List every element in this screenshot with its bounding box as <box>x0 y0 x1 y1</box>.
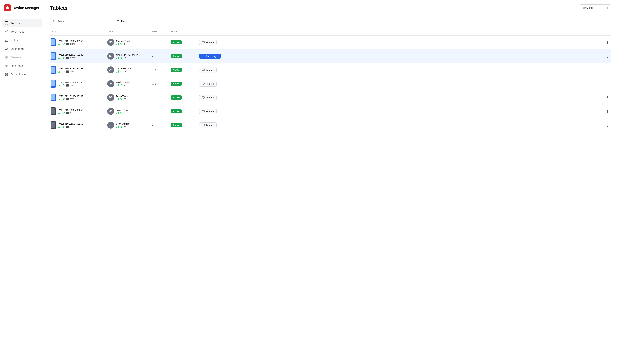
svg-rect-58 <box>202 83 204 84</box>
driver-name: John Garcia <box>116 122 129 125</box>
svg-point-5 <box>5 31 6 32</box>
truck-cell-4: DB David Brown 10 <box>107 80 152 87</box>
svg-point-65 <box>121 100 121 100</box>
tablet-imei: IMEI: 41013265465167 <box>58 67 83 70</box>
truck-number: 14 <box>124 126 126 128</box>
avatar-1: MS <box>107 39 114 46</box>
svg-rect-2 <box>8 7 9 9</box>
truck-cell-5: BT Brian Taylor 22 <box>107 94 152 101</box>
status-cell-1: Active <box>171 40 199 44</box>
tablet-cell-4: IMEI: 41013265465145 ⬛ 48% <box>50 79 107 88</box>
truck-number: 06 <box>124 112 126 114</box>
search-icon <box>53 20 56 23</box>
avatar-4: DB <box>107 80 114 87</box>
truck-info: Michael Smith 12 <box>116 40 131 45</box>
notes-dash: – <box>152 110 153 113</box>
tablet-stats: ⬛ 8% <box>58 126 83 128</box>
remote-button[interactable]: Remote <box>199 81 216 87</box>
remote-button[interactable]: Remote <box>199 122 216 128</box>
notes-cell-4: ☐ 1 <box>152 82 171 85</box>
sidebar-nav: Tablets Telematics <box>0 16 44 82</box>
svg-line-9 <box>6 32 7 32</box>
svg-point-71 <box>53 114 54 115</box>
svg-point-80 <box>63 128 64 128</box>
more-cell-5[interactable]: ⋮ <box>605 95 610 100</box>
tablet-table: Tablet Truck Notes Status IMEI: 31213265… <box>44 27 617 364</box>
sidebar-item-dashcams[interactable]: Dashcams <box>2 45 42 53</box>
action-cell-5: Remote <box>199 95 605 100</box>
company-name: 3MD Inc <box>583 6 592 10</box>
filters-button[interactable]: Filters <box>113 18 131 25</box>
more-cell-1[interactable]: ⋮ <box>605 40 610 45</box>
remote-button[interactable]: Remote <box>199 40 216 45</box>
status-cell-6: Active <box>171 109 199 113</box>
svg-rect-70 <box>51 108 55 114</box>
svg-point-4 <box>6 24 7 24</box>
driver-name: Jason Williams <box>116 67 132 70</box>
more-cell-3[interactable]: ⋮ <box>605 67 610 72</box>
more-cell-2[interactable]: ⋮ <box>605 53 610 59</box>
more-cell-7[interactable]: ⋮ <box>605 123 610 128</box>
truck-info: John Garcia 14 <box>116 122 129 128</box>
truck-number: 01 <box>124 57 126 59</box>
more-cell-6[interactable]: ⋮ <box>605 109 610 114</box>
truck-info: James Jones 06 <box>116 109 130 114</box>
toolbar: Filters <box>44 15 617 27</box>
sidebar: Device Manager Tablets <box>0 0 44 364</box>
sidebar-item-tablets[interactable]: Tablets <box>2 19 42 27</box>
status-badge: Active <box>171 123 182 127</box>
battery-level: 100% <box>70 43 75 45</box>
company-selector[interactable]: 3MD Inc ∨ <box>579 4 611 12</box>
truck-stats: 12 <box>116 43 131 45</box>
svg-point-21 <box>6 57 7 58</box>
tablet-image <box>50 79 56 88</box>
main-content: Tablets 3MD Inc ∨ Fil <box>44 0 617 364</box>
chevron-down-icon: ∨ <box>606 6 608 10</box>
svg-rect-38 <box>51 53 55 59</box>
checkbox-icon: ☐ <box>152 40 154 44</box>
table-header: Tablet Truck Notes Status <box>50 27 611 36</box>
notes-cell-2: – <box>152 55 171 58</box>
sidebar-item-telematics[interactable]: Telematics <box>2 28 42 36</box>
tablet-imei: IMEI: 41013265465145 <box>58 81 83 84</box>
notes-count: 1 <box>155 82 156 85</box>
tablet-imei: IMEI: 31213265465153 <box>58 40 83 42</box>
remote-button[interactable]: Remote <box>199 109 216 114</box>
checkbox-icon: ☐ <box>152 82 154 85</box>
streaming-button[interactable]: Streaming... <box>199 53 221 59</box>
avatar-2: CJ <box>107 53 114 60</box>
tablet-cell-5: IMEI: 31213265465167 ⬛ 65% <box>50 93 107 102</box>
sidebar-item-requests[interactable]: Requests <box>2 62 42 70</box>
more-cell-4[interactable]: ⋮ <box>605 81 610 86</box>
tablet-info: IMEI: 31213265465167 ⬛ 65% <box>58 95 83 100</box>
search-box[interactable] <box>50 18 110 25</box>
tablet-icon <box>4 21 9 25</box>
truck-stats: 10 <box>116 84 130 87</box>
action-cell-1: Remote <box>199 40 605 45</box>
truck-stats: 06 <box>116 112 130 114</box>
svg-line-25 <box>55 22 56 22</box>
remote-button[interactable]: Remote <box>199 67 216 73</box>
svg-point-72 <box>63 114 64 114</box>
col-more <box>605 29 611 33</box>
dashcam-icon <box>4 47 9 51</box>
notes-dash: – <box>152 55 153 58</box>
truck-number: 22 <box>124 98 126 100</box>
truck-cell-1: MS Michael Smith 12 <box>107 39 152 46</box>
svg-point-39 <box>53 59 54 60</box>
telematics-icon <box>4 30 9 34</box>
truck-number: 08 <box>124 70 126 73</box>
requests-icon <box>4 64 9 68</box>
table-row: IMEI: 41013265465167 ⬛ 54% JW Jason Will… <box>50 63 611 77</box>
eld-icon <box>4 38 9 42</box>
filters-label: Filters <box>121 20 128 23</box>
sidebar-item-elds[interactable]: ELDs <box>2 36 42 44</box>
svg-rect-54 <box>51 80 55 86</box>
tablet-cell-3: IMEI: 41013265465167 ⬛ 54% <box>50 65 107 75</box>
remote-button[interactable]: Remote <box>199 95 216 100</box>
sidebar-item-data-usage[interactable]: Data Usage <box>2 71 42 78</box>
sidebar-label-data-usage: Data Usage <box>11 73 26 76</box>
tablet-stats: ⬛ 100% <box>58 43 83 45</box>
svg-rect-30 <box>51 39 55 45</box>
search-input[interactable] <box>58 20 107 23</box>
